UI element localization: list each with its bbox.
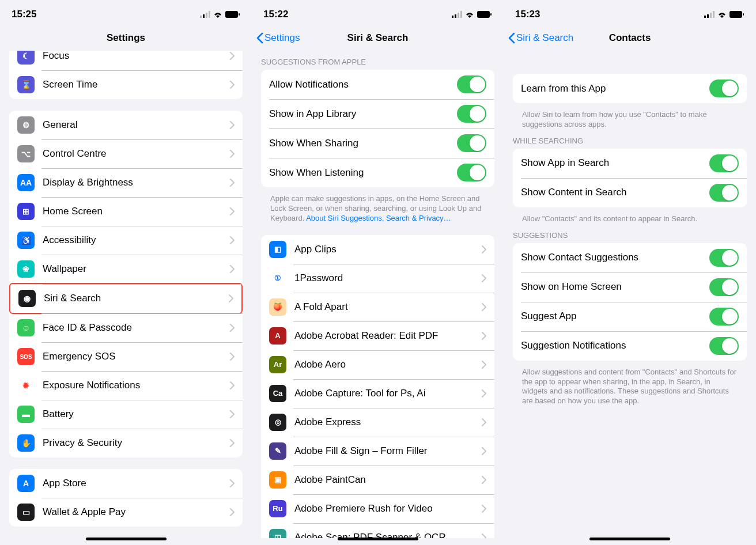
svg-rect-1 xyxy=(203,14,205,18)
app-row[interactable]: ◎ Adobe Express xyxy=(261,408,494,437)
row-icon: ⚙ xyxy=(17,116,35,134)
row-label: Battery xyxy=(43,408,230,420)
chevron-right-icon xyxy=(230,381,235,389)
svg-rect-13 xyxy=(707,14,709,18)
toggle-switch[interactable] xyxy=(709,278,739,296)
toggle-row: Show Content in Search xyxy=(513,178,747,207)
row-label: Wallpaper xyxy=(43,263,230,275)
row-icon: ⌥ xyxy=(17,145,35,162)
toggle-label: Show App in Search xyxy=(521,157,709,169)
toggle-switch[interactable] xyxy=(709,184,739,202)
settings-row[interactable]: ☾ Focus xyxy=(9,51,243,70)
status-time: 15:23 xyxy=(515,9,540,20)
toggle-switch[interactable] xyxy=(457,105,486,123)
toggle-switch[interactable] xyxy=(709,337,739,355)
toggle-row: Show on Home Screen xyxy=(513,272,747,302)
app-row[interactable]: Ru Adobe Premiere Rush for Video xyxy=(261,494,494,523)
toggle-switch[interactable] xyxy=(709,249,739,267)
app-row[interactable]: ◫ Adobe Scan: PDF Scanner & OCR xyxy=(261,523,494,538)
toggle-switch[interactable] xyxy=(457,75,486,93)
settings-row[interactable]: ✋ Privacy & Security xyxy=(9,429,243,457)
signal-icon xyxy=(200,11,210,18)
row-icon: ▭ xyxy=(17,504,35,521)
svg-rect-11 xyxy=(490,13,492,16)
app-row[interactable]: 🍑 A Fold Apart xyxy=(261,293,494,321)
svg-rect-16 xyxy=(729,11,742,18)
back-button[interactable]: Siri & Search xyxy=(508,32,573,44)
settings-row[interactable]: ❀ Wallpaper xyxy=(9,255,243,283)
status-bar: 15:22 xyxy=(252,0,504,25)
chevron-right-icon xyxy=(230,410,235,418)
svg-rect-2 xyxy=(206,13,207,18)
home-indicator[interactable] xyxy=(86,538,167,540)
toggle-label: Allow Notifications xyxy=(269,79,457,90)
toggle-switch[interactable] xyxy=(709,308,739,326)
settings-row[interactable]: ⊞ Home Screen xyxy=(9,197,243,226)
app-label: App Clips xyxy=(294,244,482,255)
row-label: Screen Time xyxy=(43,79,230,90)
app-row[interactable]: ▣ Adobe PaintCan xyxy=(261,465,494,494)
settings-row[interactable]: ☺ Face ID & Passcode xyxy=(9,313,243,342)
privacy-link[interactable]: About Siri Suggestions, Search & Privacy… xyxy=(306,214,451,222)
settings-row[interactable]: ⌛ Screen Time xyxy=(9,70,243,99)
learn-footer: Allow Siri to learn from how you use "Co… xyxy=(513,107,747,130)
chevron-right-icon xyxy=(230,236,235,244)
toggle-group-suggestions: Allow Notifications Show in App Library … xyxy=(261,70,494,187)
back-button[interactable]: Settings xyxy=(256,32,300,44)
settings-row[interactable]: A App Store xyxy=(9,469,243,498)
chevron-right-icon xyxy=(230,207,235,215)
chevron-right-icon xyxy=(230,479,235,487)
settings-row[interactable]: ✹ Exposure Notifications xyxy=(9,371,243,400)
toggle-switch[interactable] xyxy=(709,80,739,97)
svg-rect-15 xyxy=(713,11,715,18)
chevron-right-icon xyxy=(230,265,235,273)
status-icons xyxy=(200,11,240,18)
svg-rect-12 xyxy=(704,16,706,18)
app-row[interactable]: ① 1Password xyxy=(261,264,494,293)
settings-row[interactable]: ⚙ General xyxy=(9,111,243,139)
settings-row[interactable]: ♿ Accessibility xyxy=(9,226,243,255)
signal-icon xyxy=(704,11,715,18)
settings-row[interactable]: ◉ Siri & Search xyxy=(9,283,243,314)
phone-contacts-detail: 15:23 Siri & Search Contacts Learn from … xyxy=(504,0,756,545)
wifi-icon xyxy=(465,11,474,18)
row-label: Privacy & Security xyxy=(43,437,230,449)
settings-row[interactable]: SOS Emergency SOS xyxy=(9,342,243,371)
app-row[interactable]: Ar Adobe Aero xyxy=(261,350,494,379)
toggle-switch[interactable] xyxy=(457,164,486,181)
app-label: Adobe Premiere Rush for Video xyxy=(294,503,482,514)
toggle-row: Show in App Library xyxy=(261,99,494,128)
chevron-right-icon xyxy=(482,361,486,369)
home-indicator[interactable] xyxy=(338,538,418,540)
chevron-right-icon xyxy=(482,332,486,340)
settings-row[interactable]: ▬ Battery xyxy=(9,400,243,429)
settings-group-focus: ☾ Focus ⌛ Screen Time xyxy=(9,51,243,99)
toggle-switch[interactable] xyxy=(709,154,739,172)
chevron-right-icon xyxy=(230,150,235,158)
settings-row[interactable]: ▭ Wallet & Apple Pay xyxy=(9,498,243,527)
svg-rect-7 xyxy=(455,14,456,18)
app-icon: ① xyxy=(269,270,286,287)
searching-footer: Allow "Contacts" and its content to appe… xyxy=(513,211,747,224)
app-icon: 🍑 xyxy=(269,298,286,316)
settings-row[interactable]: ⌥ Control Centre xyxy=(9,139,243,168)
app-row[interactable]: ◧ App Clips xyxy=(261,235,494,264)
row-icon: ✋ xyxy=(17,434,35,452)
phone-siri-search: 15:22 Settings Siri & Search SUGGESTIONS… xyxy=(252,0,504,545)
chevron-right-icon xyxy=(230,353,235,361)
app-row[interactable]: ✎ Adobe Fill & Sign – Form Filler xyxy=(261,437,494,465)
home-indicator[interactable] xyxy=(589,538,670,540)
app-row[interactable]: A Adobe Acrobat Reader: Edit PDF xyxy=(261,321,494,350)
row-label: General xyxy=(43,119,230,131)
toggle-label: Show in App Library xyxy=(269,108,457,120)
battery-icon xyxy=(729,11,744,18)
status-icons xyxy=(452,11,492,18)
settings-row[interactable]: AA Display & Brightness xyxy=(9,168,243,197)
app-row[interactable]: Ca Adobe Capture: Tool for Ps, Ai xyxy=(261,379,494,408)
row-label: Wallet & Apple Pay xyxy=(43,506,230,518)
settings-group-general: ⚙ General ⌥ Control Centre AA Display & … xyxy=(9,111,243,457)
row-icon: ❀ xyxy=(17,260,35,278)
toggle-switch[interactable] xyxy=(457,134,486,152)
chevron-right-icon xyxy=(230,121,235,129)
nav-bar: Settings Siri & Search xyxy=(252,25,504,51)
